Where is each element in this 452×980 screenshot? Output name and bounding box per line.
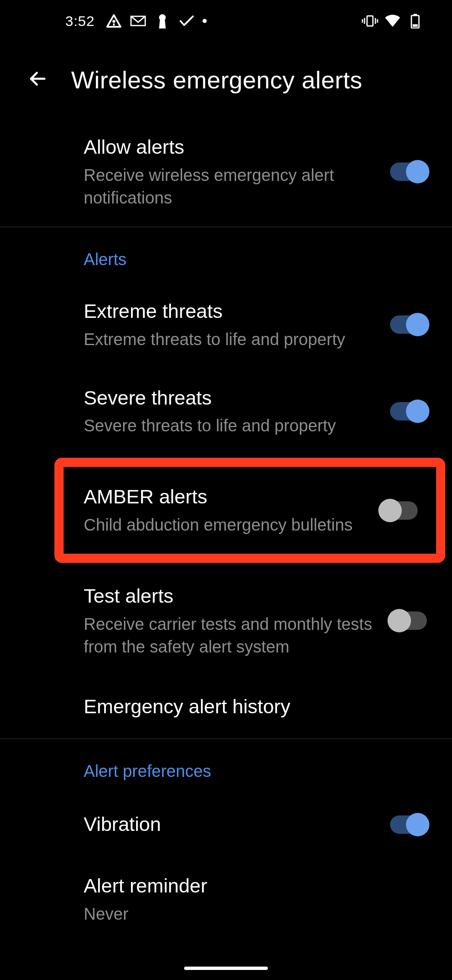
test-alerts-switch[interactable] — [390, 611, 427, 630]
amber-alerts-text: AMBER alerts Child abduction emergency b… — [84, 485, 381, 536]
vibration-row[interactable]: Vibration — [0, 793, 452, 856]
allow-alerts-title: Allow alerts — [84, 135, 378, 160]
nav-handle[interactable] — [184, 967, 268, 970]
severe-threats-title: Severe threats — [84, 386, 378, 410]
test-alerts-row[interactable]: Test alerts Receive carrier tests and mo… — [0, 566, 452, 676]
test-alerts-title: Test alerts — [84, 584, 378, 609]
severe-threats-switch[interactable] — [390, 402, 427, 420]
amber-alerts-title: AMBER alerts — [84, 485, 368, 509]
svg-point-2 — [159, 14, 166, 21]
test-alerts-text: Test alerts Receive carrier tests and mo… — [84, 584, 390, 658]
battery-icon — [407, 13, 424, 29]
gmail-icon — [130, 13, 146, 29]
status-right — [362, 0, 424, 42]
allow-alerts-row[interactable]: Allow alerts Receive wireless emergency … — [0, 117, 452, 227]
page-title: Wireless emergency alerts — [71, 66, 362, 94]
amber-alerts-row[interactable]: AMBER alerts Child abduction emergency b… — [64, 467, 436, 554]
arrow-left-icon — [27, 68, 49, 91]
status-bar: 3:52 — [0, 0, 452, 42]
check-icon — [178, 13, 195, 29]
alert-reminder-text: Alert reminder Never — [84, 874, 427, 925]
svg-rect-3 — [367, 16, 373, 26]
extreme-threats-title: Extreme threats — [84, 299, 378, 324]
amber-alerts-subtitle: Child abduction emergency bulletins — [84, 513, 368, 536]
vibration-title: Vibration — [84, 812, 378, 837]
extreme-threats-switch[interactable] — [390, 315, 427, 334]
vibration-text: Vibration — [84, 812, 390, 837]
notification-dot-icon — [203, 19, 207, 23]
status-clock: 3:52 — [65, 13, 95, 29]
lock-icon — [154, 13, 171, 29]
alert-reminder-title: Alert reminder — [84, 874, 414, 898]
preferences-section-header: Alert preferences — [0, 739, 452, 793]
severe-threats-subtitle: Severe threats to life and property — [84, 414, 378, 437]
drive-icon — [105, 13, 122, 29]
extreme-threats-text: Extreme threats Extreme threats to life … — [84, 299, 390, 351]
severe-threats-row[interactable]: Severe threats Severe threats to life an… — [0, 368, 452, 455]
test-alerts-subtitle: Receive carrier tests and monthly tests … — [84, 613, 378, 658]
app-header: Wireless emergency alerts — [0, 42, 452, 117]
emergency-history-row[interactable]: Emergency alert history — [0, 676, 452, 738]
extreme-threats-row[interactable]: Extreme threats Extreme threats to life … — [0, 281, 452, 368]
svg-rect-9 — [413, 14, 417, 15]
alert-reminder-row[interactable]: Alert reminder Never — [0, 856, 452, 943]
amber-alerts-highlight: AMBER alerts Child abduction emergency b… — [54, 458, 445, 563]
svg-rect-1 — [113, 23, 115, 26]
allow-alerts-subtitle: Receive wireless emergency alert notific… — [84, 164, 378, 209]
allow-alerts-text: Allow alerts Receive wireless emergency … — [84, 135, 390, 209]
alert-reminder-subtitle: Never — [84, 903, 414, 925]
vibrate-icon — [362, 13, 378, 29]
wifi-icon — [384, 13, 401, 29]
alerts-section-header: Alerts — [0, 227, 452, 281]
svg-point-0 — [113, 20, 116, 23]
emergency-history-title: Emergency alert history — [84, 694, 414, 719]
allow-alerts-switch[interactable] — [390, 162, 427, 181]
back-button[interactable] — [13, 54, 63, 105]
severe-threats-text: Severe threats Severe threats to life an… — [84, 386, 390, 437]
svg-rect-10 — [413, 24, 418, 27]
status-left: 3:52 — [65, 13, 207, 29]
vibration-switch[interactable] — [390, 815, 427, 834]
amber-alerts-switch[interactable] — [381, 501, 418, 520]
emergency-history-text: Emergency alert history — [84, 694, 427, 719]
extreme-threats-subtitle: Extreme threats to life and property — [84, 328, 378, 351]
